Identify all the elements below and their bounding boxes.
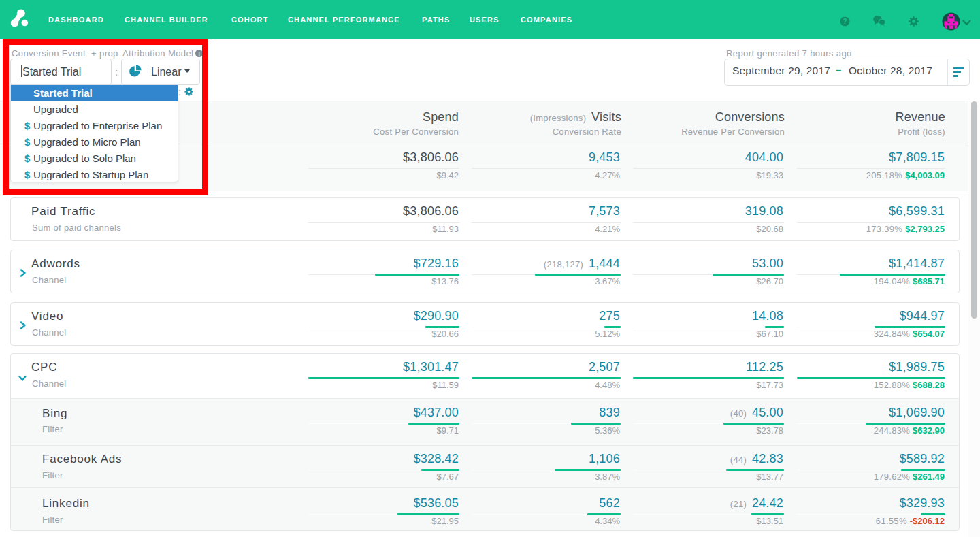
svg-text:?: ? [843, 18, 847, 25]
